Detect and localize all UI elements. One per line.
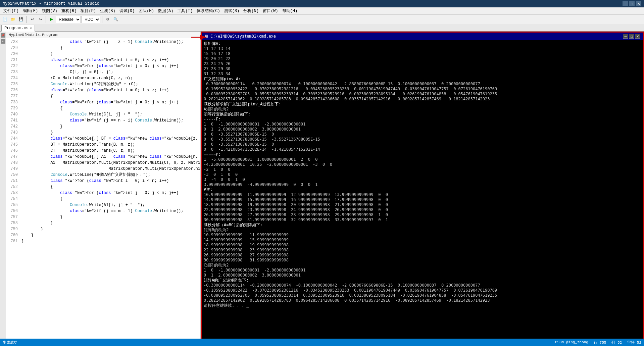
editor-class-label: MypinvOfMatrix.Program	[9, 33, 57, 37]
line-numbers: 7287297307317327337347357367377387397407…	[6, 38, 20, 346]
toolbar-sep1	[27, 16, 27, 23]
toolbar-sep2	[46, 16, 46, 23]
toolbar-redo-btn[interactable]: ↪	[37, 16, 44, 23]
menu-edit[interactable]: 编辑(E)	[21, 7, 40, 14]
toolbar-sep3	[102, 16, 102, 23]
code-content: 7287297307317327337347357367377387397407…	[6, 38, 200, 346]
toolbar-misc-btn1[interactable]: ⚙	[104, 16, 111, 23]
cmd-title-controls: ─ □ ✕	[623, 34, 640, 39]
main-area: 📌 ≡ MypinvOfMatrix.Program 7287297307317…	[0, 32, 644, 346]
menu-team[interactable]: 团队(M)	[137, 7, 156, 14]
menu-build[interactable]: 生成(B)	[98, 7, 117, 14]
menu-file[interactable]: 文件(F)	[1, 7, 21, 14]
title-bar: MypinvOfMatrix - Microsoft Visual Studio…	[0, 0, 644, 7]
menu-view[interactable]: 视图(V)	[40, 7, 59, 14]
cmd-close-btn[interactable]: ✕	[635, 34, 640, 39]
menu-project[interactable]: 项目(P)	[79, 7, 98, 14]
cmd-window: 🖥 C:\WINDOWS\system32\cmd.exe ─ □ ✕ 原矩阵A…	[201, 32, 644, 346]
sidebar-nav-icon[interactable]: ≡	[1, 39, 5, 44]
tab-bar: Program.cs ✕	[0, 24, 644, 32]
tab-label: Program.cs	[4, 26, 29, 31]
status-left: 生成成功	[3, 340, 17, 345]
minimize-button[interactable]: ─	[623, 1, 628, 6]
cmd-title-bar: 🖥 C:\WINDOWS\system32\cmd.exe ─ □ ✕	[202, 33, 643, 40]
cmd-content: 原矩阵A:11 12 13 1415 16 17 1819 20 21 2223…	[202, 40, 643, 345]
platform-dropdown[interactable]: HDC x86	[82, 16, 100, 23]
status-right: CSDN @ing_zhong 行 755 列 52 字符 52	[555, 340, 641, 345]
left-sidebar: 📌 ≡	[0, 32, 6, 346]
menu-refactor[interactable]: 重构(R)	[59, 7, 79, 14]
config-dropdown[interactable]: Release Debug	[56, 16, 81, 23]
menu-help[interactable]: 帮助(H)	[280, 7, 300, 14]
title-bar-title: MypinvOfMatrix - Microsoft Visual Studio	[3, 1, 99, 6]
toolbar-new-btn[interactable]: 📄	[1, 16, 9, 23]
tab-program-cs[interactable]: Program.cs ✕	[1, 25, 35, 32]
menu-window[interactable]: 窗口(W)	[261, 7, 280, 14]
char-info: 字符 52	[627, 340, 641, 345]
col-info: 列 52	[611, 340, 622, 345]
menu-tools[interactable]: 工具(T)	[175, 7, 195, 14]
toolbar-run-btn[interactable]: ▶	[48, 16, 55, 23]
toolbar: 📄 📁 💾 ↩ ↪ ▶ Release Debug HDC x86 ⚙ 🔍	[0, 15, 644, 24]
menu-bar: 文件(F) 编辑(E) 视图(V) 重构(R) 项目(P) 生成(B) 调试(D…	[0, 7, 644, 15]
menu-data[interactable]: 数据(A)	[156, 7, 176, 14]
tab-close-icon[interactable]: ✕	[30, 26, 32, 30]
status-bar: 生成成功 CSDN @ing_zhong 行 755 列 52 字符 52	[0, 339, 644, 346]
row-info: 行 755	[594, 340, 606, 345]
toolbar-save-btn[interactable]: 💾	[17, 16, 25, 23]
menu-arch[interactable]: 体系结构(C)	[195, 7, 222, 14]
cmd-maximize-btn[interactable]: □	[629, 34, 634, 39]
cmd-minimize-btn[interactable]: ─	[623, 34, 628, 39]
build-status: 生成成功	[3, 340, 17, 345]
toolbar-misc-btn2[interactable]: 🔍	[112, 16, 119, 23]
code-lines[interactable]: class="kw">if (j == z - 1) Console.Write…	[20, 38, 200, 346]
maximize-button[interactable]: □	[629, 1, 635, 6]
cmd-icon: 🖥	[204, 34, 208, 39]
menu-debug[interactable]: 调试(D)	[117, 7, 137, 14]
editor-header: MypinvOfMatrix.Program	[6, 32, 200, 38]
menu-analyze[interactable]: 分析(N)	[241, 7, 261, 14]
title-bar-controls: ─ □ ✕	[623, 1, 641, 6]
sidebar-pin-icon[interactable]: 📌	[1, 33, 5, 38]
toolbar-open-btn[interactable]: 📁	[9, 16, 17, 23]
csdn-user: CSDN @ing_zhong	[555, 340, 588, 344]
code-editor: MypinvOfMatrix.Program 72872973073173273…	[6, 32, 201, 346]
cmd-title: C:\WINDOWS\system32\cmd.exe	[210, 34, 276, 39]
close-button[interactable]: ✕	[636, 1, 641, 6]
menu-test[interactable]: 测试(S)	[222, 7, 242, 14]
toolbar-undo-btn[interactable]: ↩	[29, 16, 36, 23]
